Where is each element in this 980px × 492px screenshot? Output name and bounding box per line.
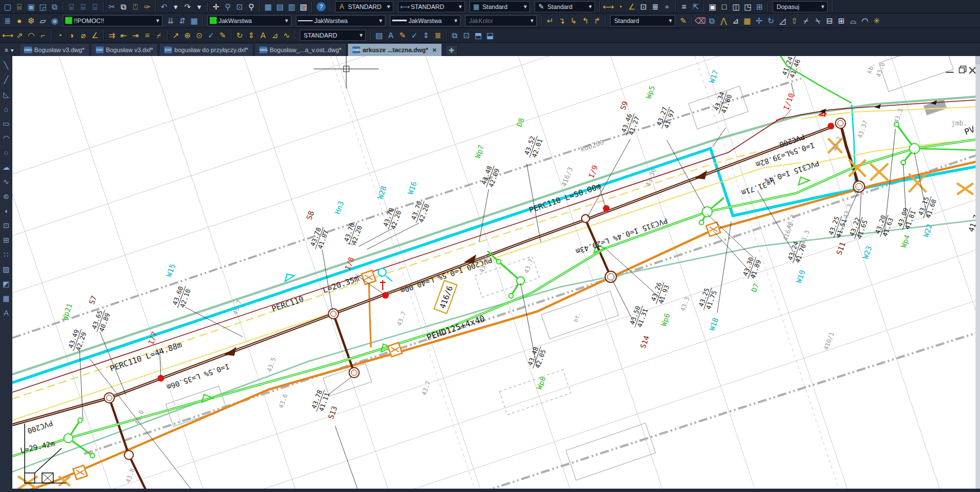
viewport-poly-icon[interactable]: ◳ — [742, 1, 754, 12]
draworder-above-icon[interactable]: ⬒ — [472, 30, 484, 41]
viewport-oval-icon[interactable]: ◫ — [730, 1, 742, 12]
dropdown-caret-icon[interactable]: ▼ — [528, 18, 535, 24]
dropdown-caret-icon[interactable]: ▼ — [522, 4, 528, 10]
layer-previous-icon[interactable]: ⇊ — [165, 15, 177, 26]
mtext-draw-icon[interactable]: A — [1, 306, 12, 321]
sheet-set-icon[interactable]: ▧ — [298, 1, 309, 12]
dim-update-icon[interactable]: ↻ — [234, 30, 245, 41]
revision-cloud-icon[interactable]: ☁ — [1, 160, 12, 175]
draworder-front-icon[interactable]: ⧉ — [449, 30, 461, 41]
single-text-icon[interactable]: A — [385, 30, 397, 41]
dim-style-combo[interactable]: ⟷STANDARD▼ — [398, 1, 465, 12]
measure-angle-icon[interactable]: ∠ — [626, 1, 638, 12]
publish-icon[interactable]: ⌺ — [89, 1, 101, 12]
plotstyle-control-combo[interactable]: JakKolor▼ — [465, 15, 537, 26]
named-views-icon[interactable]: ≡ — [678, 1, 690, 12]
measure-distance-icon[interactable]: ⟷ — [602, 1, 614, 12]
gradient-icon[interactable]: ◩ — [1, 277, 12, 291]
layer-properties-icon[interactable]: ▦ — [262, 1, 274, 12]
undo-dropdown-icon[interactable]: ▾ — [170, 1, 182, 12]
drawing-close-button[interactable] — [969, 67, 976, 73]
create-block-icon[interactable]: ⊞ — [1, 233, 12, 248]
copy-icon[interactable]: ⧉ — [706, 15, 718, 26]
dropdown-caret-icon[interactable]: ▼ — [154, 18, 160, 24]
layer-on-icon[interactable]: ● — [13, 15, 25, 26]
layer-freeze-icon[interactable]: ❆ — [25, 15, 37, 26]
insert-block-icon[interactable]: ⊡ — [1, 219, 12, 233]
multiple-points-icon[interactable]: ∷ — [1, 248, 12, 262]
annotation-scale-combo[interactable]: Dopasuj▼ — [773, 1, 828, 12]
extend-icon[interactable]: ⍀ — [812, 15, 824, 26]
multileader-icon[interactable]: ↗ — [170, 30, 182, 41]
rotate-icon[interactable]: ↻ — [765, 15, 777, 26]
list-icon[interactable]: ≣ — [649, 1, 661, 12]
join-icon[interactable]: ⊞ — [835, 15, 847, 26]
save-all-icon[interactable]: ⧉ — [49, 1, 61, 12]
pan-icon[interactable]: ✛ — [210, 1, 222, 12]
zoom-previous-icon[interactable]: ⚲ — [245, 1, 257, 12]
mleader-style-combo[interactable]: ✎Standard▼ — [535, 1, 595, 12]
layer-new-icon[interactable]: ▱ — [37, 15, 49, 26]
document-tab-3[interactable]: DWGBogusław_...a_v.ost..dwg* — [254, 43, 346, 56]
dim-space-icon[interactable]: ≡ — [141, 30, 153, 41]
dim-jog-line-icon[interactable]: ∿ — [281, 30, 292, 41]
quick-dim-icon[interactable]: ⇉ — [106, 30, 118, 41]
dim-style-apply-icon[interactable]: A — [257, 30, 269, 41]
match-properties-icon[interactable]: ✑ — [141, 1, 153, 12]
tab-close-icon[interactable]: ✕ — [432, 47, 436, 53]
construction-line-icon[interactable]: ╱ — [1, 73, 12, 87]
save-as-icon[interactable]: ◲ — [37, 1, 49, 12]
paste-icon[interactable]: ⍞ — [129, 1, 141, 12]
dropdown-caret-icon[interactable]: ▼ — [385, 4, 391, 10]
tab-menu-button[interactable]: ≡ ▾ — [0, 44, 19, 56]
text-scale-icon[interactable]: ⇕ — [420, 30, 432, 41]
mirror-icon[interactable]: ⋀ — [718, 15, 730, 26]
undo-icon[interactable]: ↶ — [158, 1, 170, 12]
mleader-style-2-combo[interactable]: Standard▼ — [610, 15, 675, 26]
document-tab-0[interactable]: DWGBogusław v3.dwg* — [19, 43, 90, 56]
document-tab-4[interactable]: DWGarkusze ...taczna.dwg*✕ — [347, 43, 442, 56]
measure-area-icon[interactable]: ◔ — [614, 1, 626, 12]
dropdown-caret-icon[interactable]: ▼ — [283, 18, 289, 24]
text-style-combo[interactable]: ASTANDARD▼ — [335, 1, 393, 12]
dim-arc-icon[interactable]: ◠ — [25, 30, 37, 41]
polyline-icon[interactable]: ◺ — [1, 87, 12, 102]
scale-icon[interactable]: ◿ — [777, 15, 788, 26]
pline-spline-icon[interactable]: ↱ — [591, 15, 603, 26]
save-icon[interactable]: ▣ — [25, 1, 37, 12]
print-icon[interactable]: ⌻ — [66, 1, 77, 12]
ellipse-icon[interactable]: ⊜ — [1, 189, 12, 204]
dropdown-caret-icon[interactable]: ▼ — [457, 4, 463, 10]
help-icon[interactable]: ? — [317, 2, 326, 11]
dim-diameter-icon[interactable]: ⌀ — [77, 30, 89, 41]
mleader-edit-icon[interactable]: ✎ — [677, 15, 689, 26]
polygon-icon[interactable]: ⌂ — [1, 102, 12, 117]
dropdown-caret-icon[interactable]: ▼ — [377, 18, 383, 24]
new-drawing-icon[interactable]: ▢ — [2, 1, 13, 12]
circle-icon[interactable]: ○ — [1, 146, 12, 160]
id-point-icon[interactable]: ⌖ — [661, 1, 673, 12]
dim-radius-icon[interactable]: ◔ — [54, 30, 66, 41]
dim-continue-icon[interactable]: ⇥ — [129, 30, 141, 41]
lineweight-control-combo[interactable]: JakWarstwa▼ — [390, 15, 461, 26]
rectangle-icon[interactable]: ▭ — [1, 117, 12, 131]
table-icon[interactable]: ▦ — [1, 291, 12, 306]
zoom-realtime-icon[interactable]: ⚲ — [222, 1, 234, 12]
offset-icon[interactable]: ⊿ — [730, 15, 741, 26]
dim-break-icon[interactable]: ⌿ — [153, 30, 165, 41]
properties-palette-icon[interactable]: ▥ — [286, 1, 298, 12]
drawing-restore-button[interactable] — [959, 66, 966, 73]
document-tab-2[interactable]: DXFbogusław do przyłączy.dxf* — [159, 43, 253, 56]
pline-vertex-icon[interactable]: ↳ — [568, 15, 579, 26]
pline-join-icon[interactable]: ↴ — [556, 15, 568, 26]
dropdown-caret-icon[interactable]: ▼ — [667, 18, 673, 24]
dim-ordinate-icon[interactable]: ⌐ — [37, 30, 49, 41]
redo-dropdown-icon[interactable]: ▾ — [193, 1, 205, 12]
trim-icon[interactable]: ⌿ — [800, 15, 812, 26]
pline-edit-icon[interactable]: ↵ — [544, 15, 556, 26]
dim-text-edit-icon[interactable]: ✎ — [217, 30, 229, 41]
document-tab-1[interactable]: DXFBogusław v3.dxf* — [91, 43, 158, 56]
mtext-icon[interactable]: ▤ — [373, 30, 385, 41]
arc-icon[interactable]: ◠ — [1, 131, 12, 146]
move-icon[interactable]: ✢ — [753, 15, 765, 26]
